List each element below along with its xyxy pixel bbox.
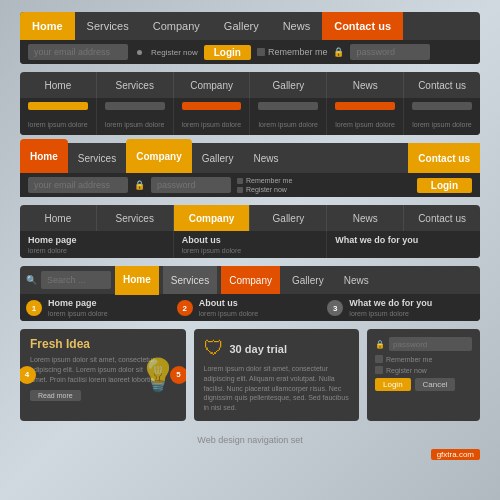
nav4-services[interactable]: Services [97, 205, 174, 231]
navbar-4-menu: Home Services Company Gallery News Conta… [20, 205, 480, 231]
nav4-contact[interactable]: Contact us [404, 205, 480, 231]
email-input[interactable] [28, 44, 128, 60]
sub-label-yellow [28, 102, 88, 110]
form-register-row[interactable]: Register now [375, 366, 472, 374]
nav4-home[interactable]: Home [20, 205, 97, 231]
nav5-sub-1: 1 Home page lorem ipsum dolore [26, 298, 173, 317]
sub-label-orange2 [335, 102, 395, 110]
fresh-idea-title: Fresh Idea [30, 337, 176, 351]
read-more-button[interactable]: Read more [30, 390, 81, 401]
nav3-register-check[interactable]: Register now [237, 186, 292, 193]
form-checkbox-2[interactable] [375, 366, 383, 374]
nav1-services[interactable]: Services [75, 12, 141, 40]
remember-me-check[interactable]: Remember me [257, 47, 328, 57]
navbar-1: Home Services Company Gallery News Conta… [20, 12, 480, 64]
nav1-home[interactable]: Home [20, 12, 75, 40]
sub-text-6: lorem ipsum dolore [412, 121, 472, 128]
nav5-sub-title-1: Home page [48, 298, 108, 308]
nav4-sub-title-2: About us [182, 235, 319, 245]
nav5-sub-content-2: About us lorem ipsum dolore [199, 298, 259, 317]
register-link[interactable]: Register now [151, 48, 198, 57]
nav5-sub-text-1: lorem ipsum dolore [48, 310, 108, 317]
form-login-button[interactable]: Login [375, 378, 411, 391]
nav3-contact[interactable]: Contact us [408, 143, 480, 173]
shield-icon: 🛡 [204, 337, 224, 360]
separator-dot [137, 50, 142, 55]
navbar-2-menu: Home Services Company Gallery News Conta… [20, 72, 480, 98]
gfxtra-row: gfxtra.com [20, 449, 480, 460]
nav2-news[interactable]: News [327, 72, 404, 98]
form-password-row: 🔒 [375, 337, 472, 351]
nav2-contact[interactable]: Contact us [404, 72, 480, 98]
card-fresh: 4 5 Fresh Idea Lorem ipsum dolor sit ame… [20, 329, 186, 421]
nav1-contact[interactable]: Contact us [322, 12, 403, 40]
remember-label: Remember me [268, 47, 328, 57]
nav4-news[interactable]: News [327, 205, 404, 231]
navbar-3-bottom: 🔒 Remember me Register now Login [20, 173, 480, 197]
nav3-services[interactable]: Services [68, 143, 126, 173]
nav4-sub-3: What we do for you [327, 231, 480, 258]
navbar-1-bottom: Register now Login Remember me 🔒 [20, 40, 480, 64]
login-button[interactable]: Login [204, 45, 251, 60]
form-password-input[interactable] [389, 337, 472, 351]
nav2-sub-1: lorem ipsum dolore [20, 98, 97, 135]
nav3-login-button[interactable]: Login [417, 178, 472, 193]
nav5-num-3: 3 [327, 300, 343, 316]
sub-text-5: lorem ipsum dolore [335, 121, 395, 128]
nav1-company[interactable]: Company [141, 12, 212, 40]
sub-text-3: lorem ipsum dolore [182, 121, 242, 128]
form-cancel-button[interactable]: Cancel [415, 378, 456, 391]
nav3-home[interactable]: Home [20, 139, 68, 173]
nav3-checkbox2-icon [237, 187, 243, 193]
nav2-home[interactable]: Home [20, 72, 97, 98]
nav3-gallery[interactable]: Gallery [192, 143, 244, 173]
nav1-news[interactable]: News [271, 12, 323, 40]
navbar-5-menu: 🔍 Home Services Company Gallery News [20, 266, 480, 294]
nav3-password-input[interactable] [151, 177, 231, 193]
form-remember-row[interactable]: Remember me [375, 355, 472, 363]
password-input[interactable] [350, 44, 430, 60]
nav3-checkbox-icon [237, 178, 243, 184]
nav5-search-input[interactable] [41, 271, 111, 289]
nav5-sub-content-1: Home page lorem ipsum dolore [48, 298, 108, 317]
nav2-company[interactable]: Company [174, 72, 251, 98]
nav5-company[interactable]: Company [221, 266, 280, 294]
sub-text-4: lorem ipsum dolore [258, 121, 318, 128]
nav4-company[interactable]: Company [174, 205, 251, 231]
nav2-sub-6: lorem ipsum dolore [404, 98, 480, 135]
nav4-gallery[interactable]: Gallery [250, 205, 327, 231]
nav4-sub-2: About us lorem ipsum dolore [174, 231, 328, 258]
nav3-remember-check[interactable]: Remember me [237, 177, 292, 184]
card-trial: 🛡 30 day trial Lorem ipsum dolor sit ame… [194, 329, 360, 421]
trial-header: 🛡 30 day trial [204, 337, 350, 360]
nav2-services[interactable]: Services [97, 72, 174, 98]
bulb-icon: 💡 [138, 356, 178, 394]
nav5-gallery[interactable]: Gallery [284, 266, 332, 294]
nav1-gallery[interactable]: Gallery [212, 12, 271, 40]
card-form: 🔒 Remember me Register now Login Cancel [367, 329, 480, 421]
navbar-3-menu: Home Services Company Gallery News Conta… [20, 143, 480, 173]
sub-text-2: lorem ipsum dolore [105, 121, 165, 128]
sub-label-gray [105, 102, 165, 110]
nav3-company[interactable]: Company [126, 139, 192, 173]
sub-label-gray3 [412, 102, 472, 110]
nav3-email-input[interactable] [28, 177, 128, 193]
nav5-sub-text-2: lorem ipsum dolore [199, 310, 259, 317]
nav4-sub-text-1: lorem dolore [28, 247, 165, 254]
nav2-gallery[interactable]: Gallery [250, 72, 327, 98]
navbar-1-menu: Home Services Company Gallery News Conta… [20, 12, 480, 40]
navbar-5-subs: 1 Home page lorem ipsum dolore 2 About u… [20, 294, 480, 321]
gfxtra-badge: gfxtra.com [431, 449, 480, 460]
nav5-news[interactable]: News [336, 266, 377, 294]
navbar-5: 🔍 Home Services Company Gallery News 1 H… [20, 266, 480, 321]
form-buttons: Login Cancel [375, 378, 472, 391]
form-checkbox-1[interactable] [375, 355, 383, 363]
navbar-3: Home Services Company Gallery News Conta… [20, 143, 480, 197]
nav3-news[interactable]: News [243, 143, 288, 173]
form-remember-label: Remember me [386, 356, 432, 363]
navbar-4-subs: Home page lorem dolore About us lorem ip… [20, 231, 480, 258]
nav5-sub-title-3: What we do for you [349, 298, 432, 308]
nav5-sub-title-2: About us [199, 298, 259, 308]
nav5-services[interactable]: Services [163, 266, 217, 294]
nav5-home[interactable]: Home [115, 266, 159, 295]
